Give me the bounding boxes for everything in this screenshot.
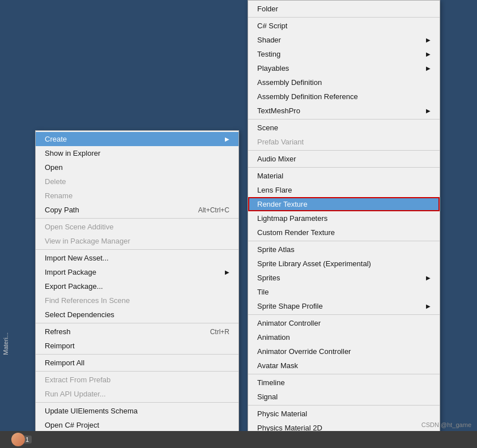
menu-item-create[interactable]: Create ▶	[36, 132, 238, 146]
menu-item-scene[interactable]: Scene	[248, 121, 440, 135]
menu-item-export-package[interactable]: Export Package...	[36, 279, 238, 293]
right-sep-4	[248, 167, 440, 168]
menu-item-audio-mixer[interactable]: Audio Mixer	[248, 152, 440, 166]
separator-4	[36, 354, 238, 355]
material-sidebar-label: Materi...	[0, 330, 11, 357]
menu-item-sprites[interactable]: Sprites ▶	[248, 271, 440, 285]
submenu-arrow-textmeshpro: ▶	[426, 108, 431, 114]
menu-item-run-api-updater: Run API Updater...	[36, 387, 238, 401]
menu-item-import-new-asset[interactable]: Import New Asset...	[36, 251, 238, 265]
menu-item-sprite-shape-profile[interactable]: Sprite Shape Profile ▶	[248, 299, 440, 313]
menu-item-animator-controller[interactable]: Animator Controller	[248, 316, 440, 330]
menu-item-open-cs-project[interactable]: Open C# Project	[36, 418, 238, 432]
menu-item-refresh[interactable]: Refresh Ctrl+R	[36, 325, 238, 339]
menu-item-sprite-library-asset[interactable]: Sprite Library Asset (Experimental)	[248, 257, 440, 271]
menu-item-animator-override-controller[interactable]: Animator Override Controller	[248, 344, 440, 359]
menu-item-sprite-atlas[interactable]: Sprite Atlas	[248, 242, 440, 257]
submenu-arrow-create: ▶	[225, 136, 229, 142]
menu-item-rename: Rename	[36, 189, 238, 203]
menu-item-extract-from-prefab: Extract From Prefab	[36, 373, 238, 387]
right-sep-5	[248, 241, 440, 241]
menu-item-cs-script[interactable]: C# Script	[248, 19, 440, 33]
shortcut-copy-path: Alt+Ctrl+C	[198, 206, 229, 214]
menu-item-playables[interactable]: Playables ▶	[248, 61, 440, 75]
shortcut-refresh: Ctrl+R	[210, 328, 229, 336]
menu-item-assembly-definition-reference[interactable]: Assembly Definition Reference	[248, 89, 440, 104]
menu-item-delete: Delete	[36, 174, 238, 189]
menu-item-animation[interactable]: Animation	[248, 330, 440, 344]
menu-item-reimport[interactable]: Reimport	[36, 339, 238, 353]
menu-item-render-texture[interactable]: Render Texture	[248, 197, 440, 211]
separator-2	[36, 249, 238, 250]
menu-item-assembly-definition[interactable]: Assembly Definition	[248, 75, 440, 89]
menu-item-reimport-all[interactable]: Reimport All	[36, 356, 238, 370]
menu-item-open-scene-additive: Open Scene Additive	[36, 220, 238, 234]
menu-item-lightmap-parameters[interactable]: Lightmap Parameters	[248, 211, 440, 225]
right-sep-1	[248, 17, 440, 18]
submenu-arrow-import-package: ▶	[225, 269, 229, 275]
right-sep-8	[248, 405, 440, 406]
menu-item-material[interactable]: Material	[248, 169, 440, 183]
submenu-arrow-playables: ▶	[426, 65, 431, 71]
avatar	[11, 433, 25, 446]
separator-6	[36, 402, 238, 403]
right-sep-3	[248, 150, 440, 151]
menu-item-testing[interactable]: Testing ▶	[248, 47, 440, 61]
submenu-arrow-sprites: ▶	[426, 275, 431, 281]
menu-item-lens-flare[interactable]: Lens Flare	[248, 183, 440, 197]
menu-item-prefab-variant: Prefab Variant	[248, 135, 440, 149]
menu-item-view-package-manager: View in Package Manager	[36, 234, 238, 248]
menu-item-custom-render-texture[interactable]: Custom Render Texture	[248, 225, 440, 240]
right-sep-2	[248, 119, 440, 120]
right-sep-7	[248, 374, 440, 374]
left-context-menu: Create ▶ Show in Explorer Open Delete Re…	[35, 130, 239, 434]
menu-item-folder[interactable]: Folder	[248, 2, 440, 16]
menu-item-textmeshpro[interactable]: TextMeshPro ▶	[248, 104, 440, 118]
menu-item-tile[interactable]: Tile	[248, 285, 440, 299]
separator-1	[36, 218, 238, 219]
menu-item-select-dependencies[interactable]: Select Dependencies	[36, 308, 238, 322]
menu-item-physic-material[interactable]: Physic Material	[248, 407, 440, 421]
menu-item-import-package[interactable]: Import Package ▶	[36, 265, 238, 279]
right-context-menu: Folder C# Script Shader ▶ Testing ▶ Play…	[248, 0, 440, 448]
menu-item-copy-path[interactable]: Copy Path Alt+Ctrl+C	[36, 203, 238, 217]
menu-item-find-references: Find References In Scene	[36, 293, 238, 308]
menu-item-show-explorer[interactable]: Show in Explorer	[36, 146, 238, 160]
menu-item-shader[interactable]: Shader ▶	[248, 33, 440, 47]
submenu-arrow-sprite-shape-profile: ▶	[426, 303, 431, 309]
menu-item-update-ui-elements[interactable]: Update UIElements Schema	[36, 404, 238, 418]
menu-item-timeline[interactable]: Timeline	[248, 376, 440, 390]
menu-item-open[interactable]: Open	[36, 160, 238, 174]
menu-item-signal[interactable]: Signal	[248, 390, 440, 404]
watermark: CSDN @ht_game	[421, 421, 471, 428]
separator-5	[36, 371, 238, 372]
right-sep-6	[248, 314, 440, 315]
bottom-bar: 1	[0, 431, 477, 448]
menu-item-avatar-mask[interactable]: Avatar Mask	[248, 359, 440, 373]
submenu-arrow-shader: ▶	[426, 37, 431, 43]
separator-3	[36, 323, 238, 323]
submenu-arrow-testing: ▶	[426, 51, 431, 57]
